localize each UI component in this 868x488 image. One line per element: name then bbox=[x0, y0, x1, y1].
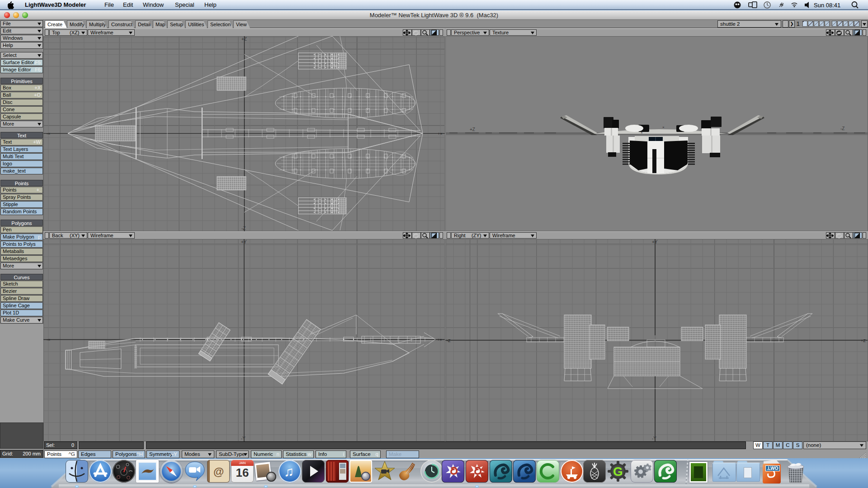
svg-text:+×: +× bbox=[437, 338, 442, 342]
svg-text:Sun 08:41: Sun 08:41 bbox=[814, 2, 840, 9]
svg-text:+×: +× bbox=[438, 131, 443, 136]
svg-text:×: × bbox=[662, 125, 665, 129]
svg-text:+Y: +Y bbox=[241, 239, 247, 244]
svg-text:+Z: +Z bbox=[470, 127, 475, 132]
svg-text:-Y: -Y bbox=[652, 436, 656, 441]
svg-text:G: G bbox=[613, 465, 623, 479]
svg-text:-×: -× bbox=[47, 338, 50, 342]
svg-text:+Y: +Y bbox=[652, 239, 658, 244]
svg-text:-Z: -Z bbox=[840, 126, 844, 131]
svg-text:-Z: -Z bbox=[447, 338, 451, 343]
svg-text:♫: ♫ bbox=[284, 464, 294, 479]
svg-text:+Z: +Z bbox=[861, 338, 866, 343]
svg-text:-Z: -Z bbox=[241, 226, 245, 231]
svg-text:-×: -× bbox=[47, 131, 50, 136]
svg-text:-Y: -Y bbox=[241, 436, 245, 441]
svg-text:×: × bbox=[641, 131, 643, 135]
svg-text:+Z: +Z bbox=[241, 37, 247, 42]
